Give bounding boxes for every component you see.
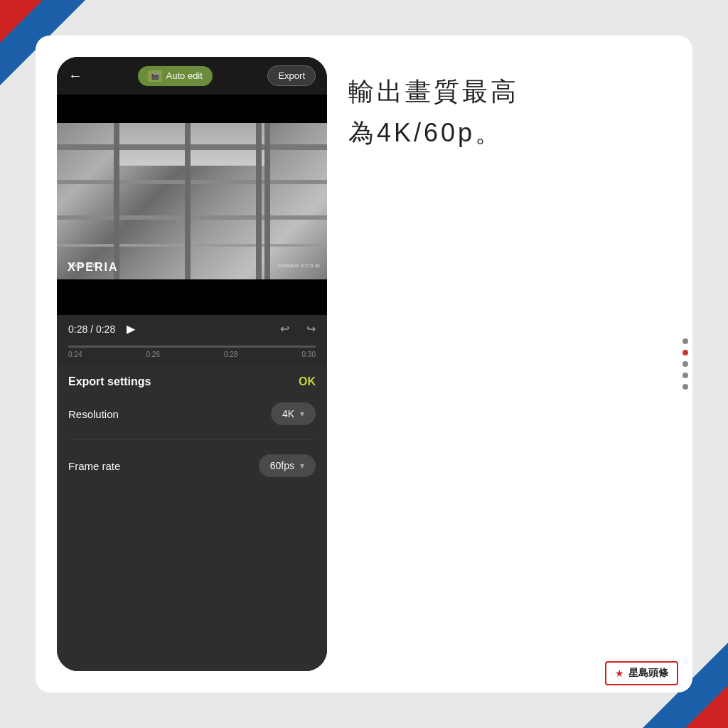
back-button[interactable]: ← (68, 68, 82, 84)
frame-rate-dropdown[interactable]: 60fps ▾ (259, 454, 316, 477)
video-preview-area: Taken with XPERIA Creative 4:5:6 AI (57, 123, 327, 279)
resolution-dropdown-arrow: ▾ (300, 409, 304, 419)
timeline-label-4: 0:30 (302, 350, 316, 358)
main-card: ← 🎬 Auto edit Export Taken with (36, 36, 692, 692)
concrete-col-4 (264, 123, 270, 279)
resolution-dropdown[interactable]: 4K ▾ (271, 402, 316, 425)
video-black-bottom (57, 279, 327, 315)
film-icon: 🎬 (148, 70, 162, 82)
frame-rate-label: Frame rate (68, 460, 120, 472)
nav-dot-2[interactable] (682, 350, 688, 355)
resolution-label: Resolution (68, 408, 119, 420)
navigation-dots (682, 338, 688, 390)
timeline-track (68, 346, 316, 348)
watermark-creative: Creative 4:5:6 AI (278, 262, 320, 269)
phone-top-bar: ← 🎬 Auto edit Export (57, 57, 327, 95)
chinese-text-line1: 輸出畫質最高 (348, 71, 671, 112)
frame-rate-row: Frame rate 60fps ▾ (68, 454, 316, 491)
logo-area: ★ 星島頭條 (605, 661, 678, 685)
playback-controls: 0:28 / 0:28 ▶ ↩ ↪ (57, 315, 327, 343)
concrete-col-1 (114, 123, 119, 279)
concrete-beam-4 (57, 244, 327, 247)
timeline-label-1: 0:24 (68, 350, 82, 358)
time-display: 0:28 / 0:28 (68, 323, 115, 335)
video-black-top (57, 95, 327, 123)
redo-button[interactable]: ↪ (306, 322, 316, 336)
chinese-text-line2: 為4K/60p。 (348, 112, 671, 154)
play-button[interactable]: ▶ (127, 322, 135, 336)
logo-box: ★ 星島頭條 (605, 661, 678, 685)
export-settings-panel: Export settings OK Resolution 4K ▾ Frame… (57, 364, 327, 671)
concrete-beam-3 (57, 215, 327, 220)
auto-edit-button[interactable]: 🎬 Auto edit (138, 66, 213, 86)
concrete-col-3 (256, 123, 262, 279)
concrete-col-2 (185, 123, 191, 279)
nav-dot-4[interactable] (682, 373, 688, 378)
logo-star-icon: ★ (615, 668, 624, 679)
nav-dot-5[interactable] (682, 384, 688, 390)
concrete-beam-1 (57, 144, 327, 150)
export-button[interactable]: Export (267, 65, 316, 86)
timeline[interactable]: 0:24 0:26 0:28 0:30 (57, 343, 327, 364)
logo-text: 星島頭條 (628, 667, 668, 680)
concrete-beam-2 (57, 180, 327, 184)
corner-accent-tl (0, 0, 43, 43)
nav-dot-3[interactable] (682, 361, 688, 367)
nav-dot-1[interactable] (682, 338, 688, 344)
phone-mockup: ← 🎬 Auto edit Export Taken with (57, 57, 327, 671)
timeline-labels: 0:24 0:26 0:28 0:30 (68, 350, 316, 358)
undo-button[interactable]: ↩ (280, 322, 289, 336)
frame-rate-value: 60fps (270, 460, 294, 471)
timeline-label-3: 0:28 (224, 350, 237, 358)
chinese-caption: 輸出畫質最高 為4K/60p。 (348, 71, 671, 153)
frame-rate-dropdown-arrow: ▾ (300, 461, 304, 471)
right-panel: 輸出畫質最高 為4K/60p。 (348, 57, 671, 671)
video-preview: Taken with XPERIA Creative 4:5:6 AI (57, 123, 327, 279)
watermark-brand: XPERIA (68, 261, 119, 274)
export-settings-header: Export settings OK (68, 375, 316, 388)
corner-accent-br (685, 685, 728, 728)
timeline-label-2: 0:26 (146, 350, 160, 358)
resolution-row: Resolution 4K ▾ (68, 402, 316, 440)
resolution-value: 4K (282, 408, 294, 419)
export-settings-title: Export settings (68, 375, 151, 388)
ok-button[interactable]: OK (299, 375, 316, 388)
